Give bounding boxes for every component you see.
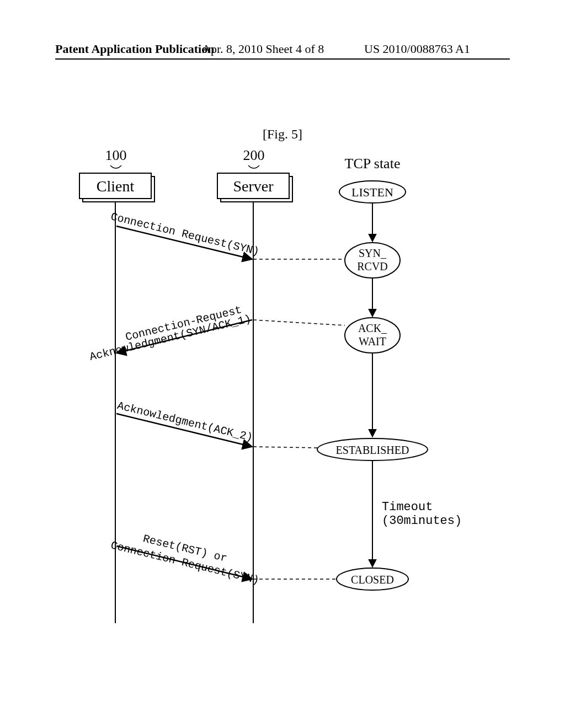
msg2-dash [253, 320, 345, 325]
state-listen-label: LISTEN [351, 185, 393, 199]
server-ref: 200 [243, 147, 265, 163]
state-ack-wait-l2: WAIT [359, 335, 386, 347]
msg1-label: Connection Request(SYN) [109, 210, 260, 258]
state-established-label: ESTABLISHED [336, 444, 409, 456]
state-ack-wait-l1: ACK_ [358, 322, 387, 334]
client-ref-tick [110, 165, 121, 168]
diagram-svg: 100 200 Client Server TCP state LISTEN S… [0, 0, 565, 728]
server-ref-tick [248, 165, 259, 168]
state-syn-rcvd-l1: SYN_ [359, 247, 387, 259]
state-syn-rcvd-l2: RCVD [357, 260, 388, 272]
client-label: Client [97, 178, 135, 195]
timeout-l1: Timeout [382, 500, 433, 514]
server-label: Server [233, 178, 274, 195]
state-closed-label: CLOSED [351, 574, 394, 586]
page: Patent Application Publication Apr. 8, 2… [0, 0, 565, 728]
client-ref: 100 [105, 147, 127, 163]
msg3-dash [253, 447, 317, 448]
timeout-l2: (30minutes) [382, 514, 462, 528]
tcp-state-heading: TCP state [345, 156, 401, 172]
msg3-label: Acknowledgment(ACK_2) [116, 399, 254, 444]
